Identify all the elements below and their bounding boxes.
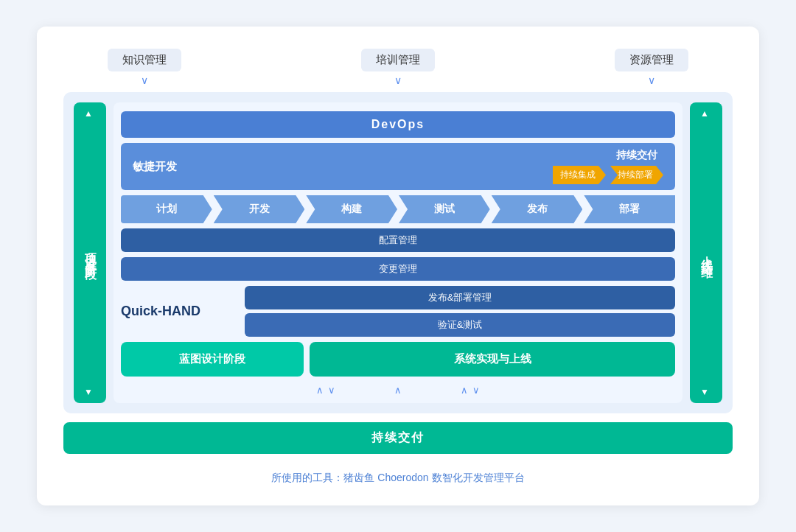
pipeline-step-deploy: 部署 [584,195,675,223]
cat-label-training: 培训管理 [361,49,435,71]
system-box: 系统实现与上线 [310,342,675,377]
chevron-down-icon-left: ∨ [328,385,335,396]
chevron-down-icon-2: ∨ [648,74,655,86]
devops-bar: DevOps [121,111,675,138]
orange-arrows: 持续集成 持续部署 [553,166,663,184]
verify-bar: 验证&测试 [245,313,675,337]
pipeline-step-dev: 开发 [214,195,305,223]
chevron-up-icon-center: ∧ [394,385,402,396]
diagram-wrapper: 项目准备阶段 DevOps 敏捷开发 持续交付 持续集成 持续部署 [63,92,733,413]
agile-label: 敏捷开发 [133,160,192,174]
footer: 所使用的工具：猪齿鱼 Choerodon 数智化开发管理平台 [63,466,733,488]
pipeline-row: 计划 开发 构建 测试 发布 部署 [121,195,675,223]
bottom-arrows: ∧ ∨ ∧ ∧ ∨ [121,382,675,397]
main-container: 知识管理 ∨ 培训管理 ∨ 资源管理 ∨ 项目准备阶段 DevOps [37,27,759,505]
left-sidebar: 项目准备阶段 [74,102,106,403]
continuous-delivery-label: 持续交付 [616,149,663,162]
pipeline-step-build: 构建 [306,195,397,223]
cat-item-resource: 资源管理 ∨ [615,49,688,86]
config-bar: 配置管理 [121,228,675,252]
cat-label-resource: 资源管理 [615,49,688,71]
chevron-up-icon-left: ∧ [316,385,324,396]
release-bar: 发布&部署管理 [245,286,675,309]
chevron-group-center: ∧ [394,385,402,396]
cat-item-training: 培训管理 ∨ [361,49,435,86]
change-bar: 变更管理 [121,257,675,281]
top-categories: 知识管理 ∨ 培训管理 ∨ 资源管理 ∨ [63,49,733,86]
chevron-group-left: ∧ ∨ [316,385,335,396]
footer-text: 所使用的工具：猪齿鱼 Choerodon 数智化开发管理平台 [271,472,524,483]
chevron-down-icon-right: ∨ [472,385,480,396]
agile-right: 持续交付 持续集成 持续部署 [192,149,663,184]
chevron-group-right: ∧ ∨ [461,385,480,396]
pipeline-step-test: 测试 [399,195,490,223]
cat-item-knowledge: 知识管理 ∨ [108,49,181,86]
inner-frame: DevOps 敏捷开发 持续交付 持续集成 持续部署 计划 [114,102,682,403]
center-content: DevOps 敏捷开发 持续交付 持续集成 持续部署 计划 [121,111,675,397]
agile-row: 敏捷开发 持续交付 持续集成 持续部署 [121,143,675,190]
blueprint-row: 蓝图设计阶段 系统实现与上线 [121,342,675,377]
pipeline-step-plan: 计划 [121,195,212,223]
chevron-down-icon-1: ∨ [394,74,402,86]
pipeline-step-release: 发布 [492,195,583,223]
right-bars: 发布&部署管理 验证&测试 [245,286,675,337]
quickhand-label: Quick-HAND [121,304,239,319]
blueprint-box: 蓝图设计阶段 [121,342,304,377]
continuous-integration-badge: 持续集成 [553,166,606,184]
right-sidebar: 上线运维 [690,102,722,403]
continuous-deployment-badge: 持续部署 [610,166,663,184]
continuous-bar: 持续交付 [63,422,733,454]
chevron-down-icon-0: ∨ [141,74,148,86]
cat-label-knowledge: 知识管理 [108,49,181,71]
quickhand-row: Quick-HAND 发布&部署管理 验证&测试 [121,286,675,337]
chevron-up-icon-right: ∧ [461,385,468,396]
